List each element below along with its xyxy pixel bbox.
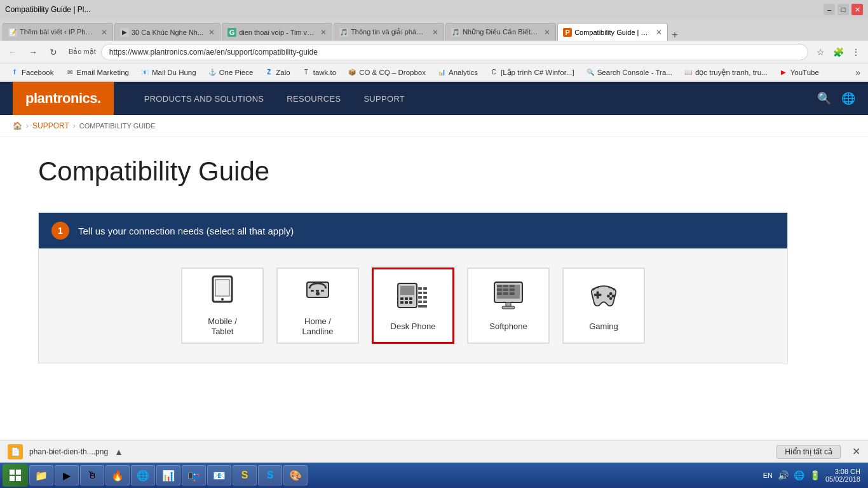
breadcrumb-support-link[interactable]: SUPPORT bbox=[32, 121, 69, 130]
forward-button[interactable]: → bbox=[25, 44, 41, 60]
svg-rect-29 bbox=[510, 285, 515, 287]
device-card-home[interactable]: Home /Landline bbox=[276, 268, 359, 344]
bookmark-analytics-label: Analytics bbox=[449, 69, 478, 76]
extensions-button[interactable]: 🧩 bbox=[831, 45, 845, 59]
address-icons: ☆ 🧩 ⋮ bbox=[813, 45, 863, 59]
desk-phone-icon bbox=[395, 280, 431, 315]
tab-6-active[interactable]: P Compatibility Guide | Pl... ✕ bbox=[557, 23, 668, 41]
bookmark-doc-truyen-icon: 📖 bbox=[684, 68, 693, 77]
bookmark-facebook[interactable]: f Facebook bbox=[5, 67, 59, 78]
tab-3[interactable]: G dien thoai voip - Tim vo... ✕ bbox=[222, 23, 332, 41]
search-icon-button[interactable]: 🔍 bbox=[817, 92, 831, 105]
device-desk-label: Desk Phone bbox=[391, 322, 436, 332]
bookmark-doc-truyen[interactable]: 📖 đọc truyện tranh, tru... bbox=[679, 67, 773, 78]
tab-4[interactable]: 🎵 Thông tin và giải pháp đ... ✕ bbox=[334, 23, 444, 41]
device-card-gaming[interactable]: Gaming bbox=[562, 268, 645, 344]
svg-rect-12 bbox=[409, 297, 412, 300]
svg-rect-15 bbox=[409, 301, 412, 304]
breadcrumb-home-link[interactable]: 🏠 bbox=[13, 121, 22, 130]
logo-text: plantronics. bbox=[25, 90, 101, 107]
bookmark-mail-du-hung-label: Mail Du Hung bbox=[152, 69, 196, 76]
gaming-icon bbox=[586, 280, 621, 315]
svg-rect-16 bbox=[418, 287, 422, 290]
bookmark-tawk[interactable]: T tawk.to bbox=[297, 67, 341, 78]
logo-area[interactable]: plantronics. bbox=[13, 82, 114, 115]
tab-1-close[interactable]: ✕ bbox=[101, 28, 107, 37]
maximize-button[interactable]: □ bbox=[837, 4, 849, 15]
svg-rect-35 bbox=[510, 292, 515, 295]
svg-rect-14 bbox=[405, 301, 408, 304]
minimize-button[interactable]: – bbox=[824, 4, 835, 15]
bookmark-search-console-label: Search Console - Tra... bbox=[597, 69, 672, 76]
tab-4-label: Thông tin và giải pháp đ... bbox=[351, 28, 427, 36]
svg-point-42 bbox=[612, 295, 615, 298]
nav-resources[interactable]: RESOURCES bbox=[275, 82, 352, 115]
site-nav: PRODUCTS AND SOLUTIONS RESOURCES SUPPORT bbox=[133, 82, 817, 115]
back-button[interactable]: ← bbox=[5, 44, 20, 60]
svg-rect-31 bbox=[503, 288, 508, 291]
tab-2-close[interactable]: ✕ bbox=[208, 28, 215, 37]
svg-rect-21 bbox=[423, 296, 427, 299]
device-softphone-label: Softphone bbox=[489, 322, 527, 332]
bookmark-doc-truyen-label: đọc truyện tranh, tru... bbox=[695, 68, 768, 77]
title-bar-controls: – □ ✕ bbox=[824, 4, 863, 15]
bookmark-email-marketing-icon: ✉ bbox=[65, 68, 74, 77]
bookmark-one-piece[interactable]: ⚓ One Piece bbox=[203, 67, 259, 78]
settings-button[interactable]: ⋮ bbox=[849, 45, 863, 59]
refresh-button[interactable]: ↻ bbox=[46, 44, 61, 60]
svg-rect-36 bbox=[506, 302, 511, 306]
section-1-header: 1 Tell us your connection needs (select … bbox=[39, 213, 787, 248]
tab-5-close[interactable]: ✕ bbox=[544, 28, 550, 37]
svg-rect-6 bbox=[316, 290, 319, 292]
breadcrumb-sep-1: › bbox=[26, 121, 29, 130]
bookmark-search-console-icon: 🔍 bbox=[586, 68, 595, 77]
section-1-number: 1 bbox=[51, 222, 69, 240]
svg-rect-30 bbox=[497, 288, 502, 291]
breadcrumb-sep-2: › bbox=[73, 121, 76, 130]
svg-rect-19 bbox=[423, 292, 427, 294]
bookmark-zalo[interactable]: Z Zalo bbox=[259, 67, 295, 78]
bookmark-mail-du-hung[interactable]: 📧 Mail Du Hung bbox=[135, 67, 201, 78]
bookmark-email-marketing[interactable]: ✉ Email Marketing bbox=[60, 67, 134, 78]
nav-products[interactable]: PRODUCTS AND SOLUTIONS bbox=[133, 82, 276, 115]
bookmark-tawk-icon: T bbox=[302, 68, 311, 77]
bookmark-csharp[interactable]: C [Lập trình C# Winfor...] bbox=[484, 67, 580, 78]
bookmark-facebook-label: Facebook bbox=[22, 69, 54, 76]
tab-5-favicon: 🎵 bbox=[451, 28, 460, 37]
globe-icon-button[interactable]: 🌐 bbox=[841, 92, 855, 105]
svg-point-2 bbox=[221, 298, 224, 301]
softphone-icon bbox=[491, 280, 526, 315]
tab-6-close[interactable]: ✕ bbox=[656, 28, 662, 37]
svg-rect-33 bbox=[497, 292, 502, 295]
tab-4-close[interactable]: ✕ bbox=[432, 28, 438, 37]
tab-2[interactable]: ▶ 30 Ca Khúc Nghe Nh... ✕ bbox=[114, 23, 220, 41]
tab-1-favicon: 📝 bbox=[8, 28, 17, 37]
bookmark-csharp-label: [Lập trình C# Winfor...] bbox=[501, 68, 574, 77]
browser-chrome: Compatibility Guide | Pl... – □ ✕ 📝 Thêm… bbox=[0, 0, 868, 82]
new-tab-button[interactable]: + bbox=[672, 29, 677, 41]
svg-rect-23 bbox=[423, 301, 427, 303]
bookmark-youtube[interactable]: ▶ YouTube bbox=[774, 67, 824, 78]
device-home-label: Home /Landline bbox=[302, 316, 333, 336]
bookmark-analytics[interactable]: 📊 Analytics bbox=[432, 67, 483, 78]
tab-5[interactable]: 🎵 Những Điều Cần Biết Ve... ✕ bbox=[445, 23, 556, 41]
svg-rect-1 bbox=[215, 280, 229, 296]
section-1-title: Tell us your connection needs (select al… bbox=[78, 226, 294, 236]
title-bar-left: Compatibility Guide | Pl... bbox=[5, 5, 91, 14]
bookmarks-more-button[interactable]: » bbox=[853, 66, 863, 79]
bookmark-star-button[interactable]: ☆ bbox=[813, 45, 827, 59]
tab-3-label: dien thoai voip - Tim vo... bbox=[239, 29, 315, 36]
bookmark-youtube-label: YouTube bbox=[790, 69, 819, 76]
nav-support[interactable]: SUPPORT bbox=[352, 82, 416, 115]
device-card-desk[interactable]: Desk Phone bbox=[372, 268, 454, 344]
address-input[interactable] bbox=[101, 44, 808, 60]
device-card-softphone[interactable]: Softphone bbox=[467, 268, 550, 344]
tab-1-label: Thêm bài viết ‹ IP Phone... bbox=[20, 28, 96, 36]
tab-1[interactable]: 📝 Thêm bài viết ‹ IP Phone... ✕ bbox=[3, 23, 113, 41]
bookmark-dropbox[interactable]: 📦 CO & CQ – Dropbox bbox=[342, 67, 431, 78]
bookmark-search-console[interactable]: 🔍 Search Console - Tra... bbox=[581, 67, 677, 78]
close-button[interactable]: ✕ bbox=[851, 4, 863, 15]
device-card-mobile[interactable]: Mobile /Tablet bbox=[181, 268, 264, 344]
tab-3-close[interactable]: ✕ bbox=[320, 28, 327, 37]
device-mobile-label: Mobile /Tablet bbox=[208, 316, 237, 336]
